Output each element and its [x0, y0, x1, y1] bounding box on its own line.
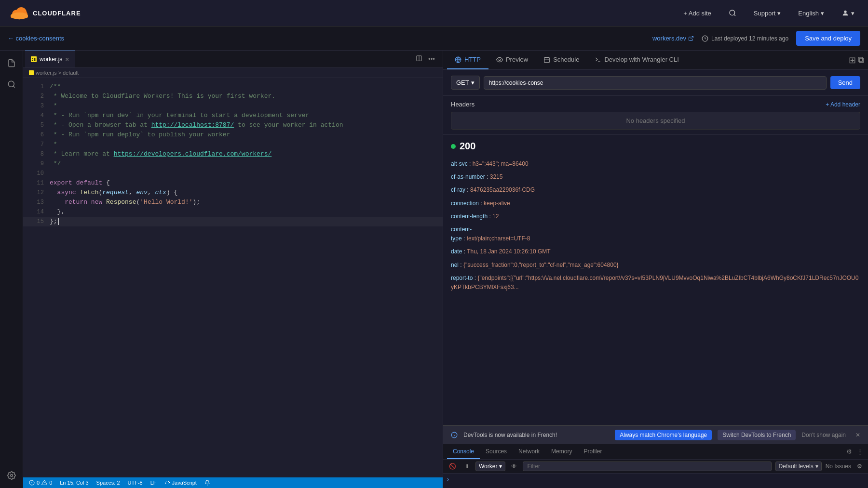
js-icon-small — [29, 70, 34, 75]
errors-status: 0 0 — [29, 480, 52, 486]
devtools-more-button[interactable]: ⋮ — [856, 447, 864, 456]
svg-point-5 — [11, 13, 28, 19]
clock-icon — [702, 35, 708, 42]
sidebar-icon-search[interactable] — [4, 77, 19, 92]
headers-title-row: Headers + Add header — [451, 101, 860, 108]
svg-text:JS: JS — [32, 58, 36, 61]
devtools-tab-console[interactable]: Console — [447, 444, 480, 459]
panel-tabs: HTTP Preview Schedule Develop with Wrang… — [443, 51, 868, 70]
tab-close-button[interactable]: ✕ — [65, 57, 69, 62]
devtools-tab-memory[interactable]: Memory — [545, 444, 578, 459]
logo-text: CLOUDFLARE — [33, 10, 81, 17]
file-tab-worker-js[interactable]: JS worker.js ✕ — [25, 51, 75, 67]
devtools-tabs: Console Sources Network Memory Profiler … — [443, 444, 868, 460]
worker-scope-select[interactable]: Worker ▾ — [475, 462, 505, 471]
breadcrumb-path: worker.js > default — [36, 70, 79, 76]
headers-section: Headers + Add header No headers specifie… — [443, 96, 868, 135]
console-prompt: › — [447, 475, 449, 483]
more-actions-button[interactable]: ••• — [426, 54, 437, 64]
dont-show-again-button[interactable]: Don't show again — [801, 432, 846, 438]
tab-actions: ••• — [410, 54, 441, 64]
code-line-12: 12 async fetch(request, env, ctx) { — [23, 188, 443, 198]
account-button[interactable]: ▾ — [838, 7, 858, 19]
svg-point-8 — [844, 11, 846, 13]
response-header-content-length: content-length : 12 — [451, 212, 860, 221]
workers-dev-link[interactable]: workers.dev — [652, 35, 694, 42]
code-line-3: 3 * — [23, 101, 443, 111]
devtools-settings-button[interactable]: ⚙ — [845, 447, 853, 456]
panel-detach-button[interactable]: ⧉ — [858, 55, 864, 66]
editor-breadcrumb: worker.js > default — [23, 68, 443, 78]
code-line-6: 6 * - Run `npm run deploy` to publish yo… — [23, 130, 443, 140]
url-input[interactable] — [484, 76, 827, 90]
spaces-text: Spaces: 2 — [96, 480, 120, 486]
code-line-14: 14 }, — [23, 207, 443, 217]
code-line-4: 4 * - Run `npm run dev` in your terminal… — [23, 111, 443, 120]
nav-right: workers.dev Last deployed 12 minutes ago… — [652, 31, 860, 46]
sidebar — [0, 51, 23, 488]
user-icon — [841, 9, 849, 17]
response-header-nel: nel : {"success_fraction":0,"report_to":… — [451, 261, 860, 270]
sidebar-bottom — [4, 468, 19, 488]
cloudflare-logo[interactable]: CLOUDFLARE — [10, 3, 81, 23]
notification-close-button[interactable]: ✕ — [855, 432, 860, 438]
status-bar: 0 0 Ln 15, Col 3 Spaces: 2 UTF-8 LF Java… — [23, 477, 443, 488]
sidebar-icon-files[interactable] — [4, 55, 19, 71]
warning-icon — [41, 480, 47, 486]
split-editor-button[interactable] — [414, 54, 424, 64]
tab-bar: JS worker.js ✕ ••• — [23, 51, 443, 68]
response-header-date: date : Thu, 18 Jan 2024 10:26:10 GMT — [451, 247, 860, 256]
back-link[interactable]: ← cookies-consents — [8, 35, 64, 42]
eol-text: LF — [150, 480, 157, 486]
no-headers-message: No headers specified — [451, 112, 860, 130]
svg-point-6 — [730, 10, 735, 15]
match-language-button[interactable]: Always match Chrome's language — [615, 430, 712, 440]
svg-line-9 — [691, 36, 693, 39]
support-button[interactable]: Support ▾ — [750, 8, 785, 19]
breadcrumb: ← cookies-consents — [8, 35, 64, 42]
method-select[interactable]: GET ▾ — [451, 76, 480, 90]
sidebar-icon-settings[interactable] — [4, 468, 19, 483]
search-button[interactable] — [725, 7, 740, 19]
response-header-report-to: report-to : {"endpoints":[{"url":"https:… — [451, 274, 860, 292]
status-code-text: 200 — [460, 141, 475, 152]
send-button[interactable]: Send — [830, 76, 860, 89]
code-line-15: 15 }; — [23, 217, 443, 226]
save-deploy-button[interactable]: Save and deploy — [796, 31, 860, 46]
tab-schedule[interactable]: Schedule — [536, 51, 587, 69]
status-success-dot — [451, 144, 456, 149]
search-icon — [7, 80, 16, 89]
add-header-button[interactable]: + Add header — [826, 101, 860, 108]
info-icon — [451, 432, 458, 438]
logo-area[interactable]: CLOUDFLARE — [10, 3, 81, 23]
devtools-settings-gear-button[interactable]: ⚙ — [855, 462, 864, 471]
js-file-icon: JS — [31, 56, 37, 62]
panel-layout-button[interactable]: ⊞ — [849, 55, 856, 66]
code-line-9: 9 */ — [23, 159, 443, 169]
svg-point-13 — [10, 475, 13, 477]
devtools-tab-network[interactable]: Network — [513, 444, 545, 459]
encoding-text: UTF-8 — [128, 480, 143, 486]
gear-icon — [7, 471, 16, 480]
code-line-7: 7 * — [23, 140, 443, 149]
clear-console-button[interactable]: 🚫 — [447, 462, 458, 471]
add-site-button[interactable]: + Add site — [679, 8, 715, 19]
eye-button[interactable]: 👁 — [509, 462, 519, 471]
editor-area: JS worker.js ✕ ••• worker.js > default 1… — [23, 51, 443, 488]
notifications-status — [204, 480, 210, 486]
log-levels-select[interactable]: Default levels ▾ — [775, 462, 822, 471]
language-mode-status[interactable]: JavaScript — [164, 480, 197, 486]
code-editor[interactable]: 1 /** 2 * Welcome to Cloudflare Workers!… — [23, 78, 443, 477]
top-header: CLOUDFLARE + Add site Support ▾ English … — [0, 0, 868, 26]
tab-preview[interactable]: Preview — [488, 51, 536, 69]
method-label: GET — [456, 79, 469, 86]
devtools-tab-profiler[interactable]: Profiler — [578, 444, 608, 459]
console-filter-input[interactable] — [523, 462, 771, 471]
code-line-2: 2 * Welcome to Cloudflare Workers! This … — [23, 92, 443, 101]
pause-exceptions-button[interactable]: ⏸ — [462, 462, 472, 471]
tab-wrangler[interactable]: Develop with Wrangler CLI — [587, 51, 686, 69]
language-button[interactable]: English ▾ — [794, 8, 828, 19]
devtools-tab-sources[interactable]: Sources — [480, 444, 513, 459]
switch-french-button[interactable]: Switch DevTools to French — [718, 430, 796, 440]
tab-http[interactable]: HTTP — [447, 51, 488, 69]
